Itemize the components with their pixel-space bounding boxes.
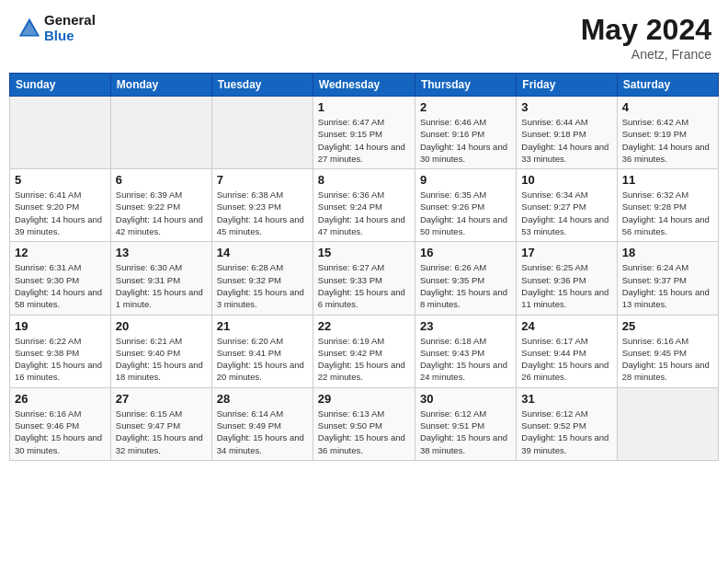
day-number: 12: [15, 246, 106, 259]
calendar-week-row: 1Sunrise: 6:47 AMSunset: 9:15 PMDaylight…: [10, 97, 719, 169]
calendar-cell: 31Sunrise: 6:12 AMSunset: 9:52 PMDayligh…: [517, 387, 617, 460]
day-info: Sunrise: 6:39 AMSunset: 9:22 PMDaylight:…: [116, 189, 207, 237]
month-year-title: May 2024: [581, 13, 711, 47]
weekday-header-row: SundayMondayTuesdayWednesdayThursdayFrid…: [10, 74, 719, 97]
weekday-header: Friday: [517, 74, 617, 97]
day-number: 19: [15, 319, 106, 333]
day-info: Sunrise: 6:36 AMSunset: 9:24 PMDaylight:…: [318, 189, 410, 237]
day-info: Sunrise: 6:31 AMSunset: 9:30 PMDaylight:…: [15, 261, 106, 310]
day-number: 7: [217, 173, 308, 187]
day-info: Sunrise: 6:19 AMSunset: 9:42 PMDaylight:…: [318, 335, 410, 384]
day-number: 13: [116, 246, 207, 259]
day-number: 4: [622, 100, 713, 114]
day-number: 16: [420, 246, 511, 259]
day-number: 30: [420, 392, 511, 406]
day-number: 20: [116, 319, 207, 333]
calendar-cell: 5Sunrise: 6:41 AMSunset: 9:20 PMDaylight…: [10, 169, 111, 242]
logo: General Blue: [17, 13, 96, 43]
weekday-header: Wednesday: [313, 74, 415, 97]
day-number: 1: [318, 100, 410, 114]
calendar-cell: 28Sunrise: 6:14 AMSunset: 9:49 PMDayligh…: [211, 387, 313, 460]
logo-text-line1: General: [44, 13, 96, 29]
day-info: Sunrise: 6:22 AMSunset: 9:38 PMDaylight:…: [15, 335, 106, 384]
page-header: General Blue May 2024 Anetz, France: [9, 9, 719, 65]
calendar-cell: 27Sunrise: 6:15 AMSunset: 9:47 PMDayligh…: [110, 387, 211, 460]
calendar-cell: [10, 97, 111, 169]
day-number: 6: [116, 173, 207, 187]
day-number: 8: [318, 173, 410, 187]
day-info: Sunrise: 6:16 AMSunset: 9:46 PMDaylight:…: [15, 408, 106, 456]
weekday-header: Monday: [110, 74, 211, 97]
calendar-cell: 26Sunrise: 6:16 AMSunset: 9:46 PMDayligh…: [10, 387, 111, 460]
day-info: Sunrise: 6:12 AMSunset: 9:52 PMDaylight:…: [521, 408, 611, 456]
day-info: Sunrise: 6:30 AMSunset: 9:31 PMDaylight:…: [116, 261, 207, 310]
calendar-cell: 15Sunrise: 6:27 AMSunset: 9:33 PMDayligh…: [313, 242, 415, 315]
calendar-week-row: 5Sunrise: 6:41 AMSunset: 9:20 PMDaylight…: [10, 169, 719, 242]
calendar-cell: 21Sunrise: 6:20 AMSunset: 9:41 PMDayligh…: [211, 315, 313, 387]
day-info: Sunrise: 6:17 AMSunset: 9:44 PMDaylight:…: [521, 335, 611, 384]
day-number: 21: [217, 319, 308, 333]
day-number: 26: [15, 392, 106, 406]
day-number: 9: [420, 173, 511, 187]
day-info: Sunrise: 6:28 AMSunset: 9:32 PMDaylight:…: [217, 261, 308, 310]
day-info: Sunrise: 6:20 AMSunset: 9:41 PMDaylight:…: [217, 335, 308, 384]
logo-text-line2: Blue: [44, 29, 96, 44]
location-label: Anetz, France: [581, 47, 711, 62]
day-number: 22: [318, 319, 410, 333]
calendar-cell: 11Sunrise: 6:32 AMSunset: 9:28 PMDayligh…: [617, 169, 718, 242]
day-info: Sunrise: 6:34 AMSunset: 9:27 PMDaylight:…: [521, 189, 611, 237]
day-number: 27: [116, 392, 207, 406]
day-info: Sunrise: 6:16 AMSunset: 9:45 PMDaylight:…: [622, 335, 713, 384]
calendar-cell: 3Sunrise: 6:44 AMSunset: 9:18 PMDaylight…: [517, 97, 617, 169]
calendar-cell: 17Sunrise: 6:25 AMSunset: 9:36 PMDayligh…: [517, 242, 617, 315]
day-info: Sunrise: 6:13 AMSunset: 9:50 PMDaylight:…: [318, 408, 410, 456]
day-info: Sunrise: 6:24 AMSunset: 9:37 PMDaylight:…: [622, 261, 713, 310]
title-block: May 2024 Anetz, France: [581, 13, 711, 62]
day-number: 5: [15, 173, 106, 187]
day-number: 23: [420, 319, 511, 333]
day-number: 15: [318, 246, 410, 259]
calendar-cell: 19Sunrise: 6:22 AMSunset: 9:38 PMDayligh…: [10, 315, 111, 387]
calendar-cell: [211, 97, 313, 169]
day-number: 11: [622, 173, 713, 187]
calendar-cell: 22Sunrise: 6:19 AMSunset: 9:42 PMDayligh…: [313, 315, 415, 387]
day-info: Sunrise: 6:47 AMSunset: 9:15 PMDaylight:…: [318, 116, 410, 165]
calendar-cell: [110, 97, 211, 169]
logo-icon: [17, 16, 42, 41]
calendar-week-row: 26Sunrise: 6:16 AMSunset: 9:46 PMDayligh…: [10, 387, 719, 460]
calendar-cell: 25Sunrise: 6:16 AMSunset: 9:45 PMDayligh…: [617, 315, 718, 387]
day-info: Sunrise: 6:18 AMSunset: 9:43 PMDaylight:…: [420, 335, 511, 384]
day-info: Sunrise: 6:41 AMSunset: 9:20 PMDaylight:…: [15, 189, 106, 237]
calendar-cell: 30Sunrise: 6:12 AMSunset: 9:51 PMDayligh…: [415, 387, 516, 460]
day-number: 28: [217, 392, 308, 406]
day-number: 3: [521, 100, 611, 114]
day-number: 24: [521, 319, 611, 333]
calendar-cell: 10Sunrise: 6:34 AMSunset: 9:27 PMDayligh…: [517, 169, 617, 242]
weekday-header: Tuesday: [211, 74, 313, 97]
calendar-cell: 18Sunrise: 6:24 AMSunset: 9:37 PMDayligh…: [617, 242, 718, 315]
calendar-cell: 16Sunrise: 6:26 AMSunset: 9:35 PMDayligh…: [415, 242, 516, 315]
calendar-cell: 20Sunrise: 6:21 AMSunset: 9:40 PMDayligh…: [110, 315, 211, 387]
day-number: 18: [622, 246, 713, 259]
calendar-cell: 4Sunrise: 6:42 AMSunset: 9:19 PMDaylight…: [617, 97, 718, 169]
calendar-table: SundayMondayTuesdayWednesdayThursdayFrid…: [9, 73, 719, 461]
day-number: 14: [217, 246, 308, 259]
calendar-cell: 29Sunrise: 6:13 AMSunset: 9:50 PMDayligh…: [313, 387, 415, 460]
day-number: 29: [318, 392, 410, 406]
calendar-cell: 6Sunrise: 6:39 AMSunset: 9:22 PMDaylight…: [110, 169, 211, 242]
day-info: Sunrise: 6:12 AMSunset: 9:51 PMDaylight:…: [420, 408, 511, 456]
calendar-cell: 12Sunrise: 6:31 AMSunset: 9:30 PMDayligh…: [10, 242, 111, 315]
day-info: Sunrise: 6:15 AMSunset: 9:47 PMDaylight:…: [116, 408, 207, 456]
day-info: Sunrise: 6:25 AMSunset: 9:36 PMDaylight:…: [521, 261, 611, 310]
calendar-week-row: 12Sunrise: 6:31 AMSunset: 9:30 PMDayligh…: [10, 242, 719, 315]
calendar-cell: 9Sunrise: 6:35 AMSunset: 9:26 PMDaylight…: [415, 169, 516, 242]
day-info: Sunrise: 6:38 AMSunset: 9:23 PMDaylight:…: [217, 189, 308, 237]
calendar-cell: 8Sunrise: 6:36 AMSunset: 9:24 PMDaylight…: [313, 169, 415, 242]
day-info: Sunrise: 6:46 AMSunset: 9:16 PMDaylight:…: [420, 116, 511, 165]
calendar-cell: 13Sunrise: 6:30 AMSunset: 9:31 PMDayligh…: [110, 242, 211, 315]
day-number: 31: [521, 392, 611, 406]
day-info: Sunrise: 6:32 AMSunset: 9:28 PMDaylight:…: [622, 189, 713, 237]
day-number: 10: [521, 173, 611, 187]
calendar-cell: 1Sunrise: 6:47 AMSunset: 9:15 PMDaylight…: [313, 97, 415, 169]
calendar-cell: 23Sunrise: 6:18 AMSunset: 9:43 PMDayligh…: [415, 315, 516, 387]
